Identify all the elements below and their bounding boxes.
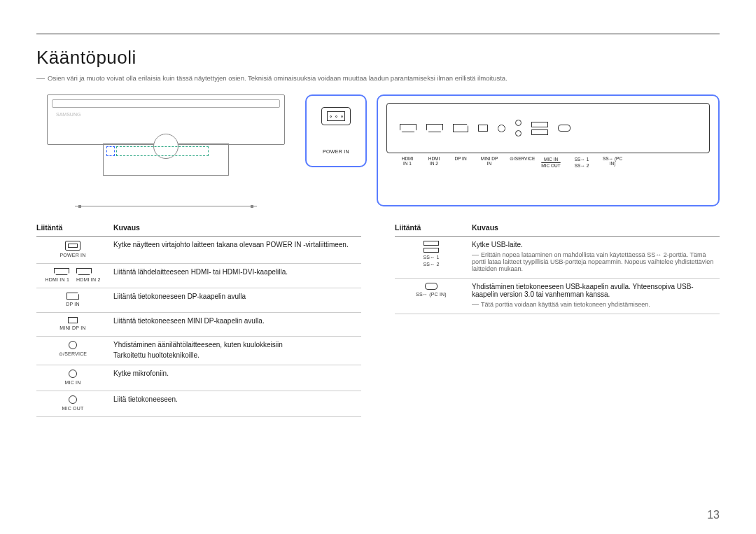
- page-number: 13: [707, 509, 720, 521]
- hdmi-icon: [76, 268, 92, 275]
- dp-icon: [66, 293, 79, 300]
- table-row: ⊙/SERVICE Yhdistäminen äänilähtölaittees…: [36, 337, 361, 365]
- usb-icon: [424, 248, 439, 253]
- th-desc: Kuvaus: [472, 220, 720, 237]
- mic-out-icon: [69, 395, 77, 404]
- callout-power: POWER IN: [305, 94, 367, 167]
- page-title: Kääntöpuoli: [36, 47, 720, 69]
- mini-dp-icon: [478, 125, 488, 132]
- hdmi-icon: [54, 268, 69, 275]
- ports-table-left: LiitäntäKuvaus POWER IN Kytke näytteen v…: [36, 220, 361, 417]
- table-row: HDMI IN 1HDMI IN 2 Liitäntä lähdelaittee…: [36, 264, 361, 288]
- usb-icon: [424, 241, 439, 246]
- table-row: MIC OUT Liitä tietokoneeseen.: [36, 391, 361, 417]
- panel-labels: HDMI IN 1 HDMI IN 2 DP IN MINI DP IN ⊙/S…: [386, 153, 710, 169]
- hdmi-icon: [426, 124, 443, 132]
- power-in-label: POWER IN: [323, 149, 349, 154]
- hdmi-icon: [400, 124, 416, 132]
- th-port: Liitäntä: [36, 220, 113, 237]
- table-row: SS↔ (PC IN) Yhdistäminen tietokoneeseen …: [395, 279, 720, 314]
- mic-out-icon: [515, 130, 522, 136]
- usb-icon: [531, 122, 548, 127]
- th-desc: Kuvaus: [113, 220, 361, 237]
- audio-jack-icon: [69, 341, 77, 349]
- audio-jack-icon: [498, 125, 505, 132]
- mini-dp-icon: [68, 317, 78, 323]
- usb-c-icon: [425, 283, 438, 290]
- diagram-row: SAMSUNG POWER IN HDMI IN 1 HDMI IN 2 DP …: [36, 94, 720, 206]
- mic-in-icon: [69, 370, 77, 378]
- table-row: MINI DP IN Liitäntä tietokoneeseen MINI …: [36, 313, 361, 337]
- table-row: POWER IN Kytke näytteen virtajohto laitt…: [36, 237, 361, 264]
- table-row: MIC IN Kytke mikrofoniin.: [36, 365, 361, 391]
- table-row: SS↔ 1SS↔ 2 Kytke USB-laite.Erittäin nope…: [395, 237, 720, 279]
- callout-ports-panel: HDMI IN 1 HDMI IN 2 DP IN MINI DP IN ⊙/S…: [377, 94, 720, 206]
- monitor-diagram: SAMSUNG: [36, 94, 295, 206]
- usb-icon: [531, 129, 548, 135]
- ports-table-right: LiitäntäKuvaus SS↔ 1SS↔ 2 Kytke USB-lait…: [395, 220, 720, 314]
- power-in-icon: [321, 107, 351, 125]
- th-port: Liitäntä: [395, 220, 472, 237]
- usb-c-icon: [558, 125, 570, 132]
- intro-note: Osien väri ja muoto voivat olla erilaisi…: [36, 74, 720, 82]
- dp-icon: [453, 124, 468, 132]
- mic-in-icon: [515, 120, 522, 126]
- table-row: DP IN Liitäntä tietokoneeseen DP-kaapeli…: [36, 288, 361, 313]
- power-in-icon: [65, 241, 80, 251]
